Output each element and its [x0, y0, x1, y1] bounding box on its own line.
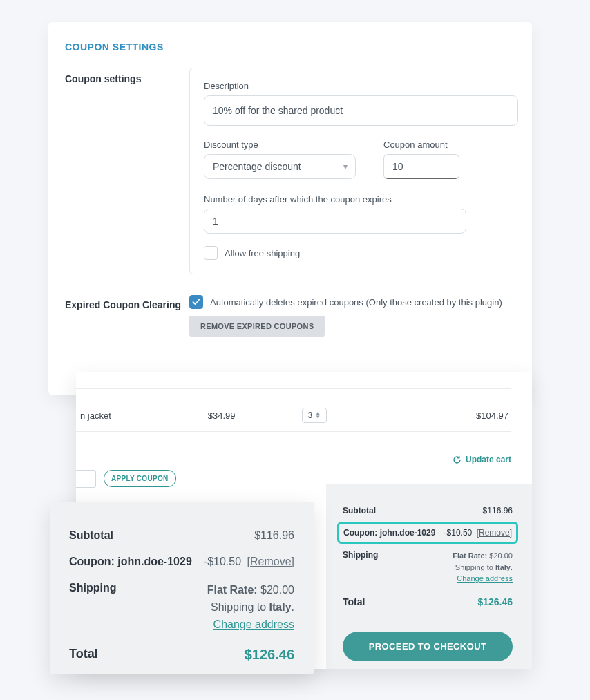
subtotal-label: Subtotal [343, 506, 376, 515]
auto-delete-label: Automatically deletes expired coupons (O… [210, 297, 502, 308]
expire-days-label: Number of days after which the coupon ex… [204, 194, 518, 205]
zoom-remove-coupon-link[interactable]: [Remove] [247, 556, 294, 567]
cart-item-row: n jacket $34.99 3 ▲▼ $104.97 [76, 408, 511, 423]
flat-rate-value: $20.00 [489, 551, 513, 560]
cart-totals-zoom: Subtotal $116.96 Coupon: john.doe-1029 -… [50, 502, 314, 674]
subtotal-value: $116.96 [483, 506, 513, 515]
zoom-change-address-link[interactable]: Change address [213, 618, 294, 630]
discount-type-select[interactable] [204, 154, 356, 179]
expired-clearing-section-label: Expired Coupon Clearing [65, 295, 189, 310]
zoom-total-label: Total [69, 647, 98, 661]
auto-delete-checkbox[interactable] [189, 295, 203, 309]
cart-item-name: n jacket [76, 410, 111, 421]
cart-totals-box: Subtotal $116.96 Coupon: john.doe-1029 -… [326, 484, 532, 669]
panel-title: COUPON SETTINGS [48, 41, 532, 68]
cart-item-price: $34.99 [208, 410, 236, 421]
update-cart-label: Update cart [466, 455, 511, 464]
coupon-amount-input[interactable] [383, 154, 459, 179]
refresh-icon [453, 455, 461, 464]
discount-type-label: Discount type [204, 140, 356, 150]
zoom-shipping-country: Italy [269, 601, 292, 613]
zoom-coupon-value: -$10.50 [204, 556, 241, 567]
apply-coupon-button[interactable]: APPLY COUPON [104, 470, 176, 487]
spinner-icons: ▲▼ [315, 411, 321, 419]
coupon-settings-fields: Description Discount type ▾ Coupon amoun… [189, 68, 532, 274]
coupon-discount-value: -$10.50 [444, 528, 473, 538]
quantity-stepper[interactable]: 3 ▲▼ [302, 408, 327, 423]
divider [76, 388, 511, 389]
coupon-amount-label: Coupon amount [383, 140, 518, 150]
shipping-label: Shipping [343, 550, 378, 560]
coupon-row-label: Coupon: john.doe-1029 [343, 528, 435, 538]
flat-rate-label: Flat Rate: [453, 551, 487, 560]
divider [76, 431, 511, 432]
remove-coupon-link[interactable]: [Remove] [477, 528, 512, 538]
description-input[interactable] [204, 95, 518, 126]
total-value: $126.46 [477, 596, 513, 607]
zoom-shipping-to-prefix: Shipping to [211, 601, 269, 613]
coupon-code-input[interactable] [76, 470, 96, 488]
remove-expired-coupons-button[interactable]: REMOVE EXPIRED COUPONS [189, 316, 325, 337]
total-label: Total [343, 596, 365, 607]
coupon-highlight: Coupon: john.doe-1029 -$10.50 [Remove] [337, 522, 518, 544]
check-icon [192, 298, 200, 306]
shipping-to-prefix: Shipping to [455, 563, 495, 571]
coupon-settings-section-label: Coupon settings [48, 68, 189, 274]
zoom-flat-rate-value: $20.00 [260, 584, 294, 596]
cart-item-line-total: $104.97 [476, 410, 511, 421]
change-address-link[interactable]: Change address [457, 574, 513, 583]
quantity-value: 3 [308, 410, 313, 420]
zoom-subtotal-value: $116.96 [254, 529, 294, 542]
expire-days-input[interactable] [204, 209, 466, 234]
update-cart-button[interactable]: Update cart [453, 455, 511, 464]
coupon-settings-panel: COUPON SETTINGS Coupon settings Descript… [48, 22, 532, 395]
allow-free-shipping-label: Allow free shipping [225, 248, 300, 258]
zoom-shipping-label: Shipping [69, 582, 116, 594]
proceed-to-checkout-button[interactable]: PROCEED TO CHECKOUT [343, 632, 513, 661]
description-label: Description [204, 81, 518, 91]
zoom-coupon-label: Coupon: john.doe-1029 [69, 556, 192, 568]
shipping-country: Italy [495, 563, 511, 571]
allow-free-shipping-checkbox[interactable] [204, 246, 218, 260]
zoom-total-value: $126.46 [245, 647, 294, 663]
zoom-subtotal-label: Subtotal [69, 529, 113, 542]
zoom-flat-rate-label: Flat Rate: [207, 584, 258, 596]
